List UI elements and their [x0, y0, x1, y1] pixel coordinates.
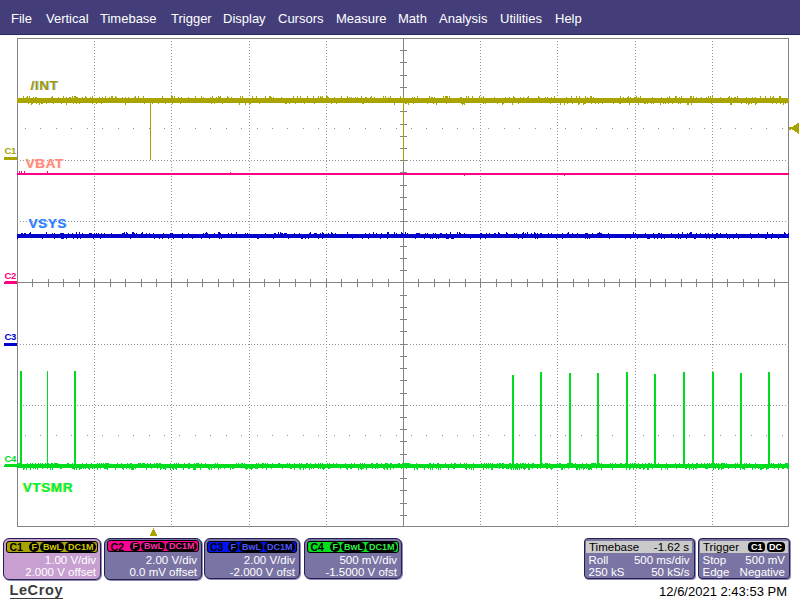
svg-text:C2: C2	[5, 270, 17, 281]
svg-text:VBAT: VBAT	[26, 156, 64, 171]
svg-text:VSYS: VSYS	[29, 216, 67, 231]
svg-text:VTSMR: VTSMR	[23, 480, 73, 495]
svg-text:/INT: /INT	[31, 78, 59, 93]
svg-text:C3: C3	[5, 331, 17, 342]
svg-text:C1: C1	[5, 145, 18, 156]
svg-text:C4: C4	[5, 453, 18, 464]
